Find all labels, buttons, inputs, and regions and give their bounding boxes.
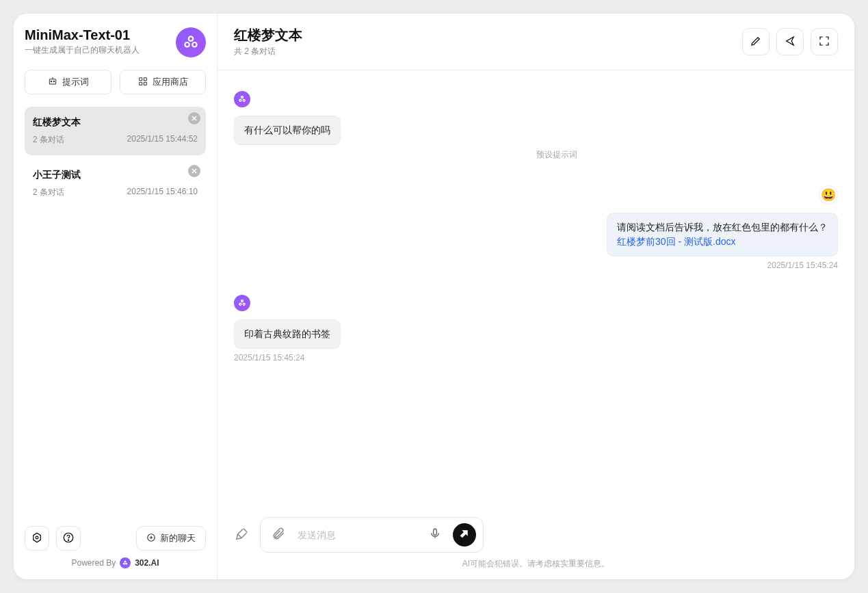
- message-text: 请阅读文档后告诉我，放在红色包里的都有什么？: [617, 220, 828, 235]
- close-icon[interactable]: [188, 112, 200, 124]
- share-button[interactable]: [776, 28, 804, 55]
- robot-icon: [47, 76, 58, 89]
- share-icon: [784, 35, 796, 49]
- svg-point-2: [192, 42, 197, 47]
- prompt-button[interactable]: 提示词: [25, 70, 111, 94]
- user-avatar-icon: 😃: [819, 185, 838, 205]
- powered-by: Powered By 302.AI: [25, 557, 206, 568]
- close-icon[interactable]: [188, 165, 200, 177]
- message-caption: 2025/1/15 15:45:24: [767, 261, 838, 270]
- attachment-link[interactable]: 红楼梦前30回 - 测试版.docx: [617, 235, 828, 249]
- message-bubble: 有什么可以帮你的吗: [234, 116, 341, 145]
- svg-point-0: [189, 36, 194, 41]
- message-bubble: 请阅读文档后告诉我，放在红色包里的都有什么？ 红楼梦前30回 - 测试版.doc…: [607, 213, 838, 256]
- sidebar-footer: 新的聊天 Powered By 302.AI: [25, 526, 206, 568]
- expand-button[interactable]: [811, 28, 838, 55]
- new-chat-label: 新的聊天: [160, 532, 196, 544]
- composer: [260, 517, 484, 553]
- app-logo-icon: [176, 27, 206, 57]
- svg-point-24: [126, 563, 127, 564]
- magic-clear-button[interactable]: [234, 527, 250, 543]
- mic-button[interactable]: [425, 525, 445, 544]
- broom-icon: [235, 526, 250, 544]
- app-container: MiniMax-Text-01 一键生成属于自己的聊天机器人 提示词 应用商店: [14, 14, 854, 579]
- svg-point-27: [243, 99, 245, 101]
- svg-point-25: [241, 96, 244, 98]
- powered-by-text: Powered By: [71, 558, 116, 568]
- assistant-avatar-icon: [234, 91, 250, 107]
- app-title: MiniMax-Text-01: [25, 27, 176, 43]
- plus-icon: [146, 533, 156, 544]
- svg-point-16: [36, 536, 38, 539]
- user-message: 😃 请阅读文档后告诉我，放在红色包里的都有什么？ 红楼梦前30回 - 测试版.d…: [234, 185, 838, 270]
- chat-item-time: 2025/1/15 15:44:52: [127, 134, 198, 146]
- svg-marker-15: [34, 533, 41, 542]
- page-title: 红楼梦文本: [234, 26, 302, 44]
- sidebar-header: MiniMax-Text-01 一键生成属于自己的聊天机器人: [25, 25, 206, 57]
- apps-icon: [137, 76, 148, 89]
- svg-point-26: [239, 99, 241, 101]
- new-chat-button[interactable]: 新的聊天: [136, 526, 206, 551]
- svg-point-22: [124, 561, 126, 562]
- assistant-avatar-icon: [234, 295, 250, 311]
- chat-item-count: 2 条对话: [33, 134, 64, 146]
- svg-point-1: [185, 42, 189, 47]
- expand-icon: [818, 35, 830, 49]
- chat-item-count: 2 条对话: [33, 187, 64, 198]
- messages-area: 有什么可以帮你的吗 预设提示词 😃 请阅读文档后告诉我，放在红色包里的都有什么？…: [218, 70, 854, 510]
- svg-point-23: [124, 563, 125, 564]
- assistant-message: 印着古典纹路的书签 2025/1/15 15:45:24: [234, 295, 838, 363]
- settings-button[interactable]: [25, 526, 49, 551]
- svg-point-18: [68, 540, 68, 540]
- svg-point-28: [241, 300, 244, 302]
- pencil-icon: [750, 35, 762, 49]
- svg-rect-7: [139, 77, 142, 80]
- svg-rect-31: [434, 529, 437, 535]
- app-subtitle: 一键生成属于自己的聊天机器人: [25, 44, 176, 56]
- sidebar-button-row: 提示词 应用商店: [25, 70, 206, 94]
- chat-list: 红楼梦文本 2 条对话 2025/1/15 15:44:52 小王子测试 2 条…: [25, 107, 206, 526]
- assistant-message: 有什么可以帮你的吗 预设提示词: [234, 91, 838, 161]
- store-button[interactable]: 应用商店: [120, 70, 207, 94]
- main-panel: 红楼梦文本 共 2 条对话 有什么可以帮你的吗: [218, 14, 854, 579]
- svg-rect-10: [144, 82, 146, 85]
- chat-item-title: 红楼梦文本: [33, 116, 198, 129]
- page-subtitle: 共 2 条对话: [234, 46, 302, 57]
- svg-point-29: [239, 303, 241, 305]
- attach-button[interactable]: [270, 527, 287, 543]
- gear-icon: [31, 531, 43, 546]
- send-button[interactable]: [453, 523, 476, 546]
- mic-icon: [429, 527, 441, 542]
- chat-item[interactable]: 红楼梦文本 2 条对话 2025/1/15 15:44:52: [25, 107, 206, 155]
- paperclip-icon: [272, 527, 285, 543]
- composer-area: AI可能会犯错误。请考虑核实重要信息。: [218, 510, 854, 579]
- svg-point-5: [53, 81, 55, 82]
- chat-item-time: 2025/1/15 15:46:10: [127, 187, 198, 198]
- chat-item[interactable]: 小王子测试 2 条对话 2025/1/15 15:46:10: [25, 159, 206, 208]
- svg-rect-8: [144, 77, 146, 80]
- main-header: 红楼梦文本 共 2 条对话: [218, 14, 854, 70]
- help-icon: [62, 531, 75, 546]
- message-caption: 预设提示词: [536, 149, 577, 161]
- svg-rect-9: [139, 82, 142, 85]
- help-button[interactable]: [56, 526, 81, 551]
- message-bubble: 印着古典纹路的书签: [234, 319, 341, 349]
- message-input[interactable]: [298, 529, 417, 540]
- edit-button[interactable]: [742, 28, 770, 55]
- brand-name: 302.AI: [135, 558, 159, 568]
- send-icon: [458, 527, 471, 542]
- sidebar: MiniMax-Text-01 一键生成属于自己的聊天机器人 提示词 应用商店: [14, 14, 218, 579]
- svg-point-30: [243, 303, 245, 305]
- message-caption: 2025/1/15 15:45:24: [234, 353, 304, 363]
- chat-item-title: 小王子测试: [33, 169, 198, 181]
- store-button-label: 应用商店: [153, 76, 188, 88]
- svg-point-4: [51, 81, 52, 82]
- prompt-button-label: 提示词: [62, 76, 89, 88]
- disclaimer: AI可能会犯错误。请考虑核实重要信息。: [234, 558, 838, 570]
- brand-logo-icon: [120, 557, 131, 568]
